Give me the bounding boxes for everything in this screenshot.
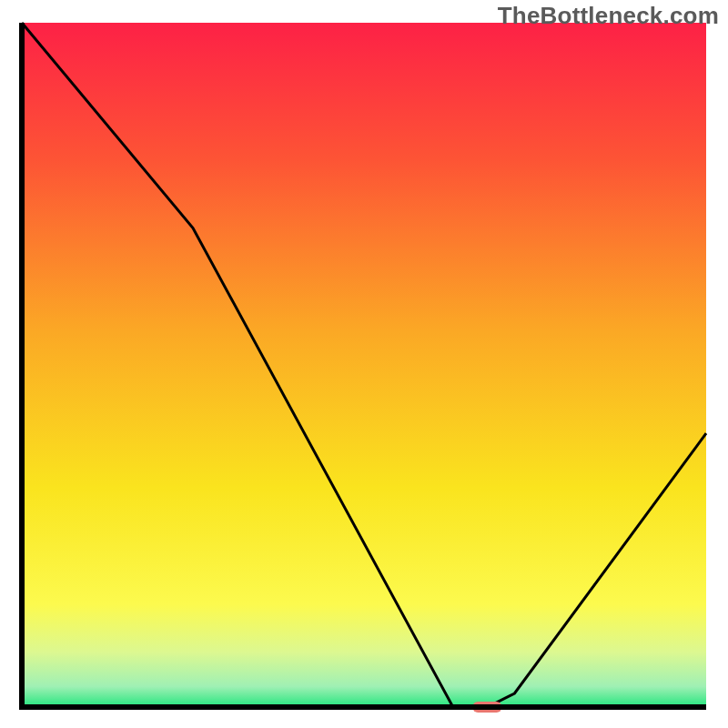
chart-svg [0,0,728,728]
bottleneck-chart: TheBottleneck.com [0,0,728,728]
watermark-text: TheBottleneck.com [498,2,719,30]
gradient-background [22,23,706,707]
